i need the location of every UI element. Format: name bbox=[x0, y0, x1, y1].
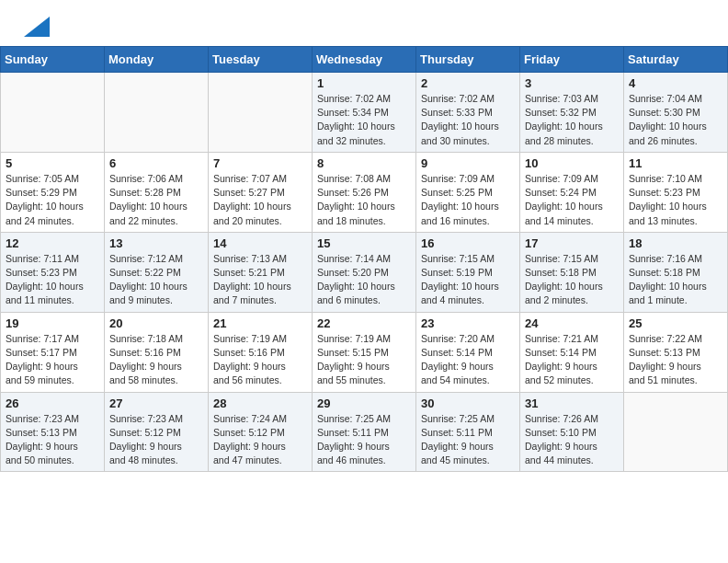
day-number: 6 bbox=[109, 156, 203, 170]
day-number: 13 bbox=[109, 236, 203, 250]
day-info: Sunrise: 7:25 AM Sunset: 5:11 PM Dayligh… bbox=[317, 412, 411, 468]
calendar-cell: 25Sunrise: 7:22 AM Sunset: 5:13 PM Dayli… bbox=[624, 312, 728, 392]
day-info: Sunrise: 7:26 AM Sunset: 5:10 PM Dayligh… bbox=[525, 412, 619, 468]
calendar-cell: 18Sunrise: 7:16 AM Sunset: 5:18 PM Dayli… bbox=[624, 232, 728, 312]
day-number: 15 bbox=[317, 236, 411, 250]
calendar-cell: 3Sunrise: 7:03 AM Sunset: 5:32 PM Daylig… bbox=[520, 73, 624, 153]
calendar-cell: 29Sunrise: 7:25 AM Sunset: 5:11 PM Dayli… bbox=[313, 392, 416, 472]
calendar-cell: 2Sunrise: 7:02 AM Sunset: 5:33 PM Daylig… bbox=[416, 73, 520, 153]
day-number: 14 bbox=[213, 236, 307, 250]
day-info: Sunrise: 7:05 AM Sunset: 5:29 PM Dayligh… bbox=[6, 172, 99, 228]
day-number: 31 bbox=[525, 396, 619, 410]
day-number: 23 bbox=[421, 316, 515, 330]
day-number: 10 bbox=[525, 156, 619, 170]
day-info: Sunrise: 7:02 AM Sunset: 5:34 PM Dayligh… bbox=[317, 92, 411, 148]
day-info: Sunrise: 7:06 AM Sunset: 5:28 PM Dayligh… bbox=[109, 172, 203, 228]
day-info: Sunrise: 7:21 AM Sunset: 5:14 PM Dayligh… bbox=[525, 332, 619, 388]
day-info: Sunrise: 7:09 AM Sunset: 5:24 PM Dayligh… bbox=[525, 172, 619, 228]
calendar-cell: 5Sunrise: 7:05 AM Sunset: 5:29 PM Daylig… bbox=[1, 152, 105, 232]
calendar-cell bbox=[624, 392, 728, 472]
calendar-cell: 10Sunrise: 7:09 AM Sunset: 5:24 PM Dayli… bbox=[520, 152, 624, 232]
day-header-friday: Friday bbox=[520, 47, 624, 73]
calendar-cell: 15Sunrise: 7:14 AM Sunset: 5:20 PM Dayli… bbox=[313, 232, 416, 312]
calendar-header-row: SundayMondayTuesdayWednesdayThursdayFrid… bbox=[1, 47, 728, 73]
day-info: Sunrise: 7:22 AM Sunset: 5:13 PM Dayligh… bbox=[629, 332, 722, 388]
calendar-cell: 9Sunrise: 7:09 AM Sunset: 5:25 PM Daylig… bbox=[416, 152, 520, 232]
day-info: Sunrise: 7:15 AM Sunset: 5:19 PM Dayligh… bbox=[421, 252, 515, 308]
calendar-cell: 20Sunrise: 7:18 AM Sunset: 5:16 PM Dayli… bbox=[105, 312, 209, 392]
day-number: 28 bbox=[213, 396, 307, 410]
day-info: Sunrise: 7:16 AM Sunset: 5:18 PM Dayligh… bbox=[629, 252, 722, 308]
day-info: Sunrise: 7:17 AM Sunset: 5:17 PM Dayligh… bbox=[6, 332, 99, 388]
svg-marker-0 bbox=[24, 17, 50, 37]
day-info: Sunrise: 7:15 AM Sunset: 5:18 PM Dayligh… bbox=[525, 252, 619, 308]
calendar-cell bbox=[209, 73, 313, 153]
week-row-1: 5Sunrise: 7:05 AM Sunset: 5:29 PM Daylig… bbox=[1, 152, 728, 232]
day-number: 1 bbox=[317, 76, 411, 90]
day-header-monday: Monday bbox=[105, 47, 209, 73]
day-header-saturday: Saturday bbox=[624, 47, 728, 73]
day-number: 24 bbox=[525, 316, 619, 330]
calendar-cell: 6Sunrise: 7:06 AM Sunset: 5:28 PM Daylig… bbox=[105, 152, 209, 232]
week-row-4: 26Sunrise: 7:23 AM Sunset: 5:13 PM Dayli… bbox=[1, 392, 728, 472]
day-number: 11 bbox=[629, 156, 722, 170]
calendar-cell: 21Sunrise: 7:19 AM Sunset: 5:16 PM Dayli… bbox=[209, 312, 313, 392]
day-info: Sunrise: 7:13 AM Sunset: 5:21 PM Dayligh… bbox=[213, 252, 307, 308]
calendar-cell bbox=[1, 73, 105, 153]
week-row-2: 12Sunrise: 7:11 AM Sunset: 5:23 PM Dayli… bbox=[1, 232, 728, 312]
calendar-cell: 13Sunrise: 7:12 AM Sunset: 5:22 PM Dayli… bbox=[105, 232, 209, 312]
day-header-tuesday: Tuesday bbox=[209, 47, 313, 73]
calendar-cell: 1Sunrise: 7:02 AM Sunset: 5:34 PM Daylig… bbox=[313, 73, 416, 153]
day-info: Sunrise: 7:14 AM Sunset: 5:20 PM Dayligh… bbox=[317, 252, 411, 308]
calendar-cell: 4Sunrise: 7:04 AM Sunset: 5:30 PM Daylig… bbox=[624, 73, 728, 153]
day-number: 7 bbox=[213, 156, 307, 170]
calendar-cell: 7Sunrise: 7:07 AM Sunset: 5:27 PM Daylig… bbox=[209, 152, 313, 232]
day-info: Sunrise: 7:09 AM Sunset: 5:25 PM Dayligh… bbox=[421, 172, 515, 228]
calendar-cell: 8Sunrise: 7:08 AM Sunset: 5:26 PM Daylig… bbox=[313, 152, 416, 232]
day-number: 19 bbox=[6, 316, 99, 330]
day-header-thursday: Thursday bbox=[416, 47, 520, 73]
day-info: Sunrise: 7:12 AM Sunset: 5:22 PM Dayligh… bbox=[109, 252, 203, 308]
calendar-cell: 19Sunrise: 7:17 AM Sunset: 5:17 PM Dayli… bbox=[1, 312, 105, 392]
calendar-cell bbox=[105, 73, 209, 153]
calendar-wrapper: SundayMondayTuesdayWednesdayThursdayFrid… bbox=[0, 46, 728, 472]
logo-icon bbox=[24, 17, 50, 37]
day-info: Sunrise: 7:25 AM Sunset: 5:11 PM Dayligh… bbox=[421, 412, 515, 468]
calendar-table: SundayMondayTuesdayWednesdayThursdayFrid… bbox=[0, 46, 728, 472]
day-number: 26 bbox=[6, 396, 99, 410]
day-info: Sunrise: 7:10 AM Sunset: 5:23 PM Dayligh… bbox=[629, 172, 722, 228]
calendar-cell: 28Sunrise: 7:24 AM Sunset: 5:12 PM Dayli… bbox=[209, 392, 313, 472]
calendar-cell: 16Sunrise: 7:15 AM Sunset: 5:19 PM Dayli… bbox=[416, 232, 520, 312]
day-number: 22 bbox=[317, 316, 411, 330]
calendar-cell: 12Sunrise: 7:11 AM Sunset: 5:23 PM Dayli… bbox=[1, 232, 105, 312]
calendar-cell: 27Sunrise: 7:23 AM Sunset: 5:12 PM Dayli… bbox=[105, 392, 209, 472]
day-info: Sunrise: 7:24 AM Sunset: 5:12 PM Dayligh… bbox=[213, 412, 307, 468]
page: SundayMondayTuesdayWednesdayThursdayFrid… bbox=[0, 0, 728, 472]
calendar-cell: 17Sunrise: 7:15 AM Sunset: 5:18 PM Dayli… bbox=[520, 232, 624, 312]
day-info: Sunrise: 7:07 AM Sunset: 5:27 PM Dayligh… bbox=[213, 172, 307, 228]
logo bbox=[22, 17, 50, 37]
day-number: 9 bbox=[421, 156, 515, 170]
calendar-cell: 24Sunrise: 7:21 AM Sunset: 5:14 PM Dayli… bbox=[520, 312, 624, 392]
day-info: Sunrise: 7:04 AM Sunset: 5:30 PM Dayligh… bbox=[629, 92, 722, 148]
day-info: Sunrise: 7:03 AM Sunset: 5:32 PM Dayligh… bbox=[525, 92, 619, 148]
day-number: 20 bbox=[109, 316, 203, 330]
day-number: 3 bbox=[525, 76, 619, 90]
day-header-sunday: Sunday bbox=[1, 47, 105, 73]
day-info: Sunrise: 7:19 AM Sunset: 5:15 PM Dayligh… bbox=[317, 332, 411, 388]
day-number: 29 bbox=[317, 396, 411, 410]
day-number: 4 bbox=[629, 76, 722, 90]
day-number: 21 bbox=[213, 316, 307, 330]
day-number: 17 bbox=[525, 236, 619, 250]
day-number: 30 bbox=[421, 396, 515, 410]
day-header-wednesday: Wednesday bbox=[313, 47, 416, 73]
day-number: 5 bbox=[6, 156, 99, 170]
day-number: 16 bbox=[421, 236, 515, 250]
day-info: Sunrise: 7:20 AM Sunset: 5:14 PM Dayligh… bbox=[421, 332, 515, 388]
day-info: Sunrise: 7:02 AM Sunset: 5:33 PM Dayligh… bbox=[421, 92, 515, 148]
day-number: 12 bbox=[6, 236, 99, 250]
day-number: 8 bbox=[317, 156, 411, 170]
day-number: 27 bbox=[109, 396, 203, 410]
day-info: Sunrise: 7:19 AM Sunset: 5:16 PM Dayligh… bbox=[213, 332, 307, 388]
calendar-cell: 26Sunrise: 7:23 AM Sunset: 5:13 PM Dayli… bbox=[1, 392, 105, 472]
